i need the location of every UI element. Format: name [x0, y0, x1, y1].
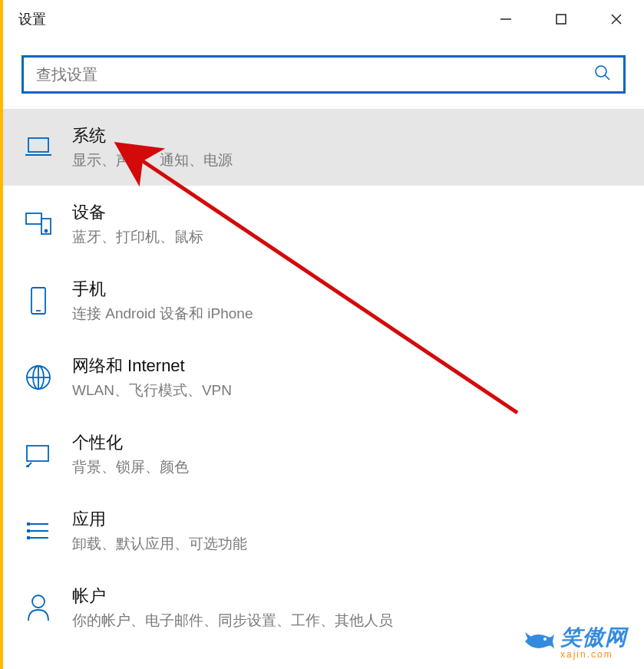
svg-point-25: [32, 595, 45, 608]
settings-list: 系统显示、声音、通知、电源设备蓝牙、打印机、鼠标手机连接 Android 设备和…: [3, 109, 644, 646]
account-icon: [23, 591, 54, 625]
item-text: 帐户你的帐户、电子邮件、同步设置、工作、其他人员: [72, 585, 393, 631]
settings-item-0[interactable]: 系统显示、声音、通知、电源: [3, 109, 644, 186]
item-title: 网络和 Internet: [72, 354, 232, 377]
close-button[interactable]: [589, 0, 644, 38]
svg-point-4: [596, 66, 606, 77]
item-title: 个性化: [72, 431, 189, 454]
window-controls: [478, 0, 644, 38]
watermark: 笑傲网 xajin.com: [520, 623, 627, 660]
svg-line-5: [605, 75, 609, 80]
svg-point-27: [543, 638, 547, 641]
item-title: 系统: [72, 124, 233, 147]
item-desc: 蓝牙、打印机、鼠标: [72, 227, 203, 247]
svg-rect-1: [556, 15, 566, 24]
window-title: 设置: [18, 10, 46, 28]
item-title: 手机: [72, 278, 253, 301]
maximize-button[interactable]: [533, 0, 589, 38]
svg-rect-24: [27, 536, 30, 539]
fish-icon: [520, 626, 556, 657]
item-text: 个性化背景、锁屏、颜色: [72, 431, 189, 477]
item-text: 系统显示、声音、通知、电源: [72, 124, 233, 170]
personalize-icon: [23, 437, 54, 471]
search-input[interactable]: [36, 66, 594, 84]
item-desc: 连接 Android 设备和 iPhone: [72, 304, 253, 324]
search-box[interactable]: [21, 55, 626, 94]
svg-rect-23: [27, 529, 30, 532]
item-text: 网络和 InternetWLAN、飞行模式、VPN: [72, 354, 232, 400]
svg-rect-8: [26, 213, 41, 224]
item-desc: 你的帐户、电子邮件、同步设置、工作、其他人员: [72, 611, 393, 631]
svg-rect-17: [27, 446, 48, 461]
globe-icon: [23, 361, 54, 394]
item-title: 帐户: [72, 585, 393, 608]
item-desc: 卸载、默认应用、可选功能: [72, 534, 247, 554]
devices-icon: [23, 207, 54, 241]
search-icon: [594, 64, 611, 84]
svg-rect-6: [28, 138, 48, 152]
item-text: 手机连接 Android 设备和 iPhone: [72, 278, 253, 324]
apps-icon: [23, 514, 54, 548]
settings-item-4[interactable]: 个性化背景、锁屏、颜色: [3, 416, 644, 493]
titlebar: 设置: [3, 0, 644, 38]
item-text: 应用卸载、默认应用、可选功能: [72, 508, 247, 554]
item-text: 设备蓝牙、打印机、鼠标: [72, 201, 203, 247]
svg-point-10: [45, 230, 48, 232]
watermark-text: 笑傲网: [560, 623, 627, 652]
svg-rect-22: [27, 522, 30, 526]
item-title: 应用: [72, 508, 247, 531]
item-desc: WLAN、飞行模式、VPN: [72, 381, 232, 400]
settings-item-3[interactable]: 网络和 InternetWLAN、飞行模式、VPN: [3, 339, 644, 416]
minimize-button[interactable]: [478, 0, 533, 38]
svg-rect-11: [31, 288, 45, 314]
item-desc: 背景、锁屏、颜色: [72, 457, 189, 477]
item-title: 设备: [72, 201, 203, 224]
laptop-icon: [23, 130, 54, 164]
settings-item-1[interactable]: 设备蓝牙、打印机、鼠标: [3, 186, 644, 262]
phone-icon: [23, 284, 54, 318]
item-desc: 显示、声音、通知、电源: [72, 150, 233, 170]
search-wrap: [3, 38, 644, 101]
settings-item-2[interactable]: 手机连接 Android 设备和 iPhone: [3, 262, 644, 339]
settings-item-5[interactable]: 应用卸载、默认应用、可选功能: [3, 493, 644, 569]
